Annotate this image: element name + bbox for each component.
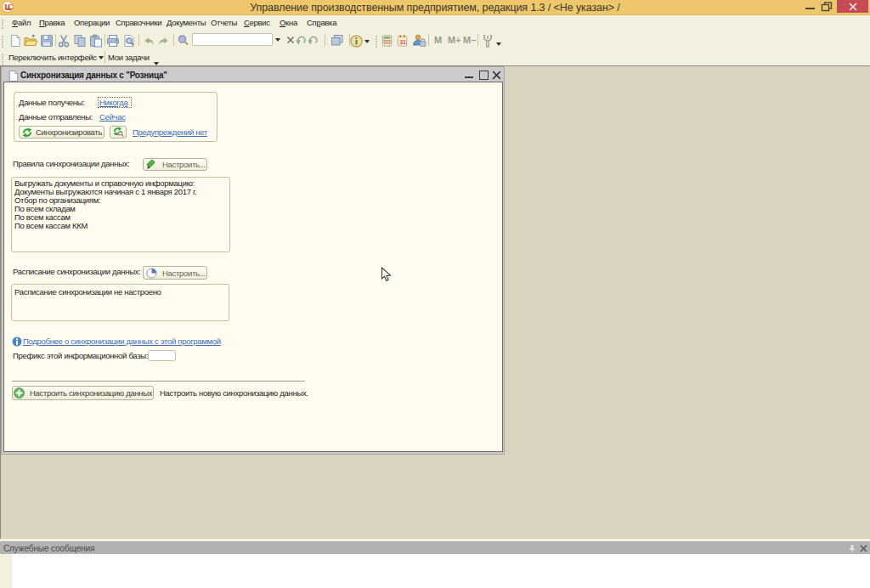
svg-text:31: 31 [399,39,406,45]
